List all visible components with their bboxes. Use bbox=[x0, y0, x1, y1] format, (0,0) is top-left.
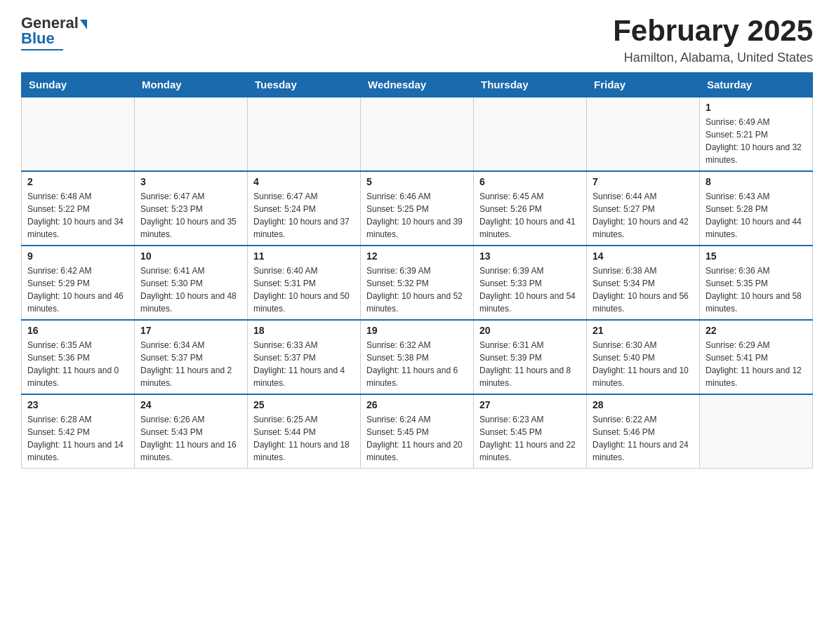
day-info: Sunrise: 6:28 AMSunset: 5:42 PMDaylight:… bbox=[27, 413, 128, 464]
calendar-day-cell: 15Sunrise: 6:36 AMSunset: 5:35 PMDayligh… bbox=[700, 246, 813, 320]
calendar-day-cell: 20Sunrise: 6:31 AMSunset: 5:39 PMDayligh… bbox=[474, 320, 587, 394]
day-number: 10 bbox=[140, 250, 241, 262]
day-info: Sunrise: 6:41 AMSunset: 5:30 PMDaylight:… bbox=[140, 264, 241, 315]
calendar-day-cell: 12Sunrise: 6:39 AMSunset: 5:32 PMDayligh… bbox=[361, 246, 474, 320]
day-number: 22 bbox=[706, 325, 807, 336]
calendar-day-cell bbox=[248, 97, 361, 171]
calendar-week-2: 2Sunrise: 6:48 AMSunset: 5:22 PMDaylight… bbox=[22, 171, 813, 246]
weekday-header-row: SundayMondayTuesdayWednesdayThursdayFrid… bbox=[22, 73, 813, 98]
calendar-day-cell: 26Sunrise: 6:24 AMSunset: 5:45 PMDayligh… bbox=[361, 394, 474, 469]
day-info: Sunrise: 6:22 AMSunset: 5:46 PMDaylight:… bbox=[593, 413, 694, 464]
day-number: 11 bbox=[253, 250, 355, 262]
logo-blue-text: Blue bbox=[21, 29, 55, 48]
day-number: 6 bbox=[479, 176, 581, 187]
logo-underline bbox=[21, 49, 63, 51]
calendar-day-cell: 14Sunrise: 6:38 AMSunset: 5:34 PMDayligh… bbox=[587, 246, 700, 320]
day-info: Sunrise: 6:39 AMSunset: 5:32 PMDaylight:… bbox=[366, 264, 468, 315]
calendar-day-cell: 27Sunrise: 6:23 AMSunset: 5:45 PMDayligh… bbox=[474, 394, 587, 469]
calendar-day-cell: 7Sunrise: 6:44 AMSunset: 5:27 PMDaylight… bbox=[587, 171, 700, 246]
calendar-day-cell: 21Sunrise: 6:30 AMSunset: 5:40 PMDayligh… bbox=[587, 320, 700, 394]
weekday-header-thursday: Thursday bbox=[474, 73, 587, 98]
title-block: February 2025 Hamilton, Alabama, United … bbox=[613, 14, 813, 65]
calendar-day-cell: 22Sunrise: 6:29 AMSunset: 5:41 PMDayligh… bbox=[700, 320, 813, 394]
day-info: Sunrise: 6:33 AMSunset: 5:37 PMDaylight:… bbox=[253, 339, 355, 389]
day-info: Sunrise: 6:46 AMSunset: 5:25 PMDaylight:… bbox=[366, 190, 468, 241]
page-header: General Blue February 2025 Hamilton, Ala… bbox=[21, 14, 813, 65]
calendar-week-5: 23Sunrise: 6:28 AMSunset: 5:42 PMDayligh… bbox=[22, 394, 813, 469]
calendar-day-cell: 10Sunrise: 6:41 AMSunset: 5:30 PMDayligh… bbox=[135, 246, 248, 320]
day-info: Sunrise: 6:45 AMSunset: 5:26 PMDaylight:… bbox=[479, 190, 581, 241]
day-info: Sunrise: 6:23 AMSunset: 5:45 PMDaylight:… bbox=[479, 413, 581, 464]
calendar-day-cell bbox=[361, 97, 474, 171]
calendar-day-cell: 13Sunrise: 6:39 AMSunset: 5:33 PMDayligh… bbox=[474, 246, 587, 320]
day-number: 4 bbox=[253, 176, 355, 187]
location-subtitle: Hamilton, Alabama, United States bbox=[613, 51, 813, 65]
day-number: 25 bbox=[253, 399, 355, 410]
day-number: 16 bbox=[27, 325, 128, 336]
calendar-week-4: 16Sunrise: 6:35 AMSunset: 5:36 PMDayligh… bbox=[22, 320, 813, 394]
day-info: Sunrise: 6:30 AMSunset: 5:40 PMDaylight:… bbox=[593, 339, 694, 389]
calendar-day-cell bbox=[700, 394, 813, 469]
day-info: Sunrise: 6:48 AMSunset: 5:22 PMDaylight:… bbox=[27, 190, 128, 241]
calendar-day-cell: 9Sunrise: 6:42 AMSunset: 5:29 PMDaylight… bbox=[22, 246, 135, 320]
calendar-day-cell bbox=[587, 97, 700, 171]
calendar-day-cell: 17Sunrise: 6:34 AMSunset: 5:37 PMDayligh… bbox=[135, 320, 248, 394]
calendar-day-cell: 11Sunrise: 6:40 AMSunset: 5:31 PMDayligh… bbox=[248, 246, 361, 320]
logo-arrow-icon bbox=[80, 20, 87, 29]
month-title: February 2025 bbox=[613, 14, 813, 48]
day-info: Sunrise: 6:36 AMSunset: 5:35 PMDaylight:… bbox=[706, 264, 807, 315]
day-number: 7 bbox=[593, 176, 694, 187]
day-info: Sunrise: 6:25 AMSunset: 5:44 PMDaylight:… bbox=[253, 413, 355, 464]
logo: General Blue bbox=[21, 14, 88, 51]
weekday-header-saturday: Saturday bbox=[700, 73, 813, 98]
calendar-day-cell: 18Sunrise: 6:33 AMSunset: 5:37 PMDayligh… bbox=[248, 320, 361, 394]
calendar-day-cell: 28Sunrise: 6:22 AMSunset: 5:46 PMDayligh… bbox=[587, 394, 700, 469]
day-number: 18 bbox=[253, 325, 355, 336]
day-number: 14 bbox=[593, 250, 694, 262]
day-info: Sunrise: 6:47 AMSunset: 5:24 PMDaylight:… bbox=[253, 190, 355, 241]
day-info: Sunrise: 6:24 AMSunset: 5:45 PMDaylight:… bbox=[366, 413, 468, 464]
day-info: Sunrise: 6:39 AMSunset: 5:33 PMDaylight:… bbox=[479, 264, 581, 315]
day-info: Sunrise: 6:49 AMSunset: 5:21 PMDaylight:… bbox=[706, 116, 807, 166]
day-info: Sunrise: 6:43 AMSunset: 5:28 PMDaylight:… bbox=[706, 190, 807, 241]
day-number: 26 bbox=[366, 399, 468, 410]
day-number: 21 bbox=[593, 325, 694, 336]
calendar-body: 1Sunrise: 6:49 AMSunset: 5:21 PMDaylight… bbox=[22, 97, 813, 469]
day-info: Sunrise: 6:26 AMSunset: 5:43 PMDaylight:… bbox=[140, 413, 241, 464]
day-info: Sunrise: 6:35 AMSunset: 5:36 PMDaylight:… bbox=[27, 339, 128, 389]
calendar-day-cell: 23Sunrise: 6:28 AMSunset: 5:42 PMDayligh… bbox=[22, 394, 135, 469]
weekday-header-wednesday: Wednesday bbox=[361, 73, 474, 98]
day-info: Sunrise: 6:44 AMSunset: 5:27 PMDaylight:… bbox=[593, 190, 694, 241]
weekday-header-monday: Monday bbox=[135, 73, 248, 98]
day-info: Sunrise: 6:47 AMSunset: 5:23 PMDaylight:… bbox=[140, 190, 241, 241]
calendar-day-cell: 1Sunrise: 6:49 AMSunset: 5:21 PMDaylight… bbox=[700, 97, 813, 171]
calendar-day-cell: 4Sunrise: 6:47 AMSunset: 5:24 PMDaylight… bbox=[248, 171, 361, 246]
calendar-header: SundayMondayTuesdayWednesdayThursdayFrid… bbox=[22, 73, 813, 98]
calendar-day-cell bbox=[135, 97, 248, 171]
day-number: 5 bbox=[366, 176, 468, 187]
day-number: 2 bbox=[27, 176, 128, 187]
calendar-day-cell bbox=[22, 97, 135, 171]
calendar-day-cell: 2Sunrise: 6:48 AMSunset: 5:22 PMDaylight… bbox=[22, 171, 135, 246]
day-number: 8 bbox=[706, 176, 807, 187]
day-number: 19 bbox=[366, 325, 468, 336]
day-info: Sunrise: 6:34 AMSunset: 5:37 PMDaylight:… bbox=[140, 339, 241, 389]
calendar-day-cell bbox=[474, 97, 587, 171]
day-number: 3 bbox=[140, 176, 241, 187]
day-info: Sunrise: 6:32 AMSunset: 5:38 PMDaylight:… bbox=[366, 339, 468, 389]
weekday-header-tuesday: Tuesday bbox=[248, 73, 361, 98]
day-number: 1 bbox=[706, 102, 807, 113]
calendar-day-cell: 25Sunrise: 6:25 AMSunset: 5:44 PMDayligh… bbox=[248, 394, 361, 469]
calendar-week-3: 9Sunrise: 6:42 AMSunset: 5:29 PMDaylight… bbox=[22, 246, 813, 320]
day-info: Sunrise: 6:29 AMSunset: 5:41 PMDaylight:… bbox=[706, 339, 807, 389]
day-number: 12 bbox=[366, 250, 468, 262]
calendar-day-cell: 6Sunrise: 6:45 AMSunset: 5:26 PMDaylight… bbox=[474, 171, 587, 246]
day-number: 15 bbox=[706, 250, 807, 262]
calendar-table: SundayMondayTuesdayWednesdayThursdayFrid… bbox=[21, 72, 813, 469]
day-info: Sunrise: 6:31 AMSunset: 5:39 PMDaylight:… bbox=[479, 339, 581, 389]
day-number: 23 bbox=[27, 399, 128, 410]
day-number: 28 bbox=[593, 399, 694, 410]
day-number: 13 bbox=[479, 250, 581, 262]
calendar-day-cell: 3Sunrise: 6:47 AMSunset: 5:23 PMDaylight… bbox=[135, 171, 248, 246]
day-number: 20 bbox=[479, 325, 581, 336]
